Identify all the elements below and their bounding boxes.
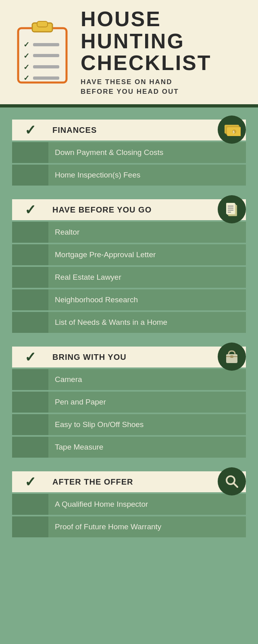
subtitle-line1: HAVE THESE ON HAND [81,78,172,86]
section-bring-with: ✓ BRING WITH YOU Camera Pen and Paper Ea… [12,347,246,459]
item-inspection-fees: Home Inspection(s) Fees [12,165,246,186]
checkbox-realtor [12,222,48,243]
bag-icon [218,343,246,371]
have-before-title: HAVE BEFORE YOU GO [48,200,246,220]
svg-rect-4 [33,43,59,46]
checkbox-inspector [12,494,48,515]
checkbox-neighborhood [12,289,48,310]
header-text: HOUSE HUNTING CHECKLIST HAVE THESE ON HA… [81,8,212,96]
checkmark-bring-with: ✓ [12,347,48,367]
document-icon [218,195,246,223]
svg-text:$: $ [233,130,235,134]
svg-rect-2 [37,21,48,27]
svg-rect-6 [33,54,59,57]
subtitle-line2: BEFORE YOU HEAD OUT [81,88,179,95]
title-line3: CHECKLIST [81,51,212,74]
needs-wants-label: List of Needs & Wants in a Home [48,318,174,327]
item-realtor: Realtor [12,222,246,243]
checkbox-shoes [12,414,48,435]
section-after-offer: ✓ AFTER THE OFFER A Qualified Home Inspe… [12,471,246,539]
header-title: HOUSE HUNTING CHECKLIST [81,8,212,74]
main-content: $ ✓ FINANCES Down Payment & Closing Cost… [0,107,258,551]
header-subtitle: HAVE THESE ON HAND BEFORE YOU HEAD OUT [81,77,212,97]
checkbox-down-payment [12,142,48,163]
search-icon [218,467,246,495]
item-neighborhood: Neighborhood Research [12,289,246,310]
item-down-payment: Down Payment & Closing Costs [12,142,246,163]
checkmark-finances: ✓ [12,120,48,140]
bring-with-header: ✓ BRING WITH YOU [12,347,246,367]
checkbox-tape-measure [12,437,48,458]
warranty-label: Proof of Future Home Warranty [48,522,168,531]
have-before-header: ✓ HAVE BEFORE YOU GO [12,199,246,220]
item-inspector: A Qualified Home Inspector [12,494,246,515]
realtor-label: Realtor [48,228,86,237]
clipboard-icon: ✓ ✓ ✓ ✓ [12,18,73,87]
section-have-before: ✓ HAVE BEFORE YOU GO Realtor Mortgage Pr… [12,199,246,334]
mortgage-letter-label: Mortgage Pre-Approval Letter [48,250,162,259]
shoes-label: Easy to Slip On/Off Shoes [48,420,150,429]
item-mortgage-letter: Mortgage Pre-Approval Letter [12,244,246,265]
section-finances: $ ✓ FINANCES Down Payment & Closing Cost… [12,120,246,187]
pen-paper-label: Pen and Paper [48,398,112,407]
checkbox-inspection-fees [12,165,48,186]
checkbox-lawyer [12,267,48,288]
after-offer-title: AFTER THE OFFER [48,472,246,492]
item-lawyer: Real Estate Lawyer [12,267,246,288]
inspector-label: A Qualified Home Inspector [48,500,154,509]
item-shoes: Easy to Slip On/Off Shoes [12,414,246,435]
svg-line-27 [233,483,237,487]
checkbox-pen-paper [12,392,48,413]
bring-with-title: BRING WITH YOU [48,347,246,367]
item-pen-paper: Pen and Paper [12,392,246,413]
page-header: ✓ ✓ ✓ ✓ HOUSE HUNTING CHECKLIST HAVE THE… [0,0,258,107]
checkbox-camera [12,369,48,390]
item-tape-measure: Tape Measure [12,437,246,458]
after-offer-header: ✓ AFTER THE OFFER [12,471,246,492]
down-payment-label: Down Payment & Closing Costs [48,148,170,157]
item-warranty: Proof of Future Home Warranty [12,516,246,537]
title-line2: HUNTING [81,29,185,53]
finances-title: FINANCES [48,120,246,140]
lawyer-label: Real Estate Lawyer [48,273,128,282]
checkbox-mortgage-letter [12,244,48,265]
svg-rect-10 [33,76,59,80]
finances-header: ✓ FINANCES [12,120,246,140]
tape-measure-label: Tape Measure [48,443,110,452]
svg-text:✓: ✓ [23,74,29,82]
neighborhood-label: Neighborhood Research [48,295,144,304]
svg-text:✓: ✓ [23,63,29,71]
title-line1: HOUSE [81,7,161,31]
checkmark-have-before: ✓ [12,199,48,220]
svg-text:✓: ✓ [23,52,29,60]
item-needs-wants: List of Needs & Wants in a Home [12,312,246,333]
svg-rect-8 [33,65,59,68]
inspection-fees-label: Home Inspection(s) Fees [48,171,147,180]
money-icon: $ [218,116,246,144]
svg-text:✓: ✓ [23,41,29,49]
item-camera: Camera [12,369,246,390]
checkbox-needs-wants [12,312,48,333]
checkmark-after-offer: ✓ [12,471,48,492]
checkbox-warranty [12,516,48,537]
svg-rect-25 [230,355,233,358]
camera-label: Camera [48,375,89,384]
